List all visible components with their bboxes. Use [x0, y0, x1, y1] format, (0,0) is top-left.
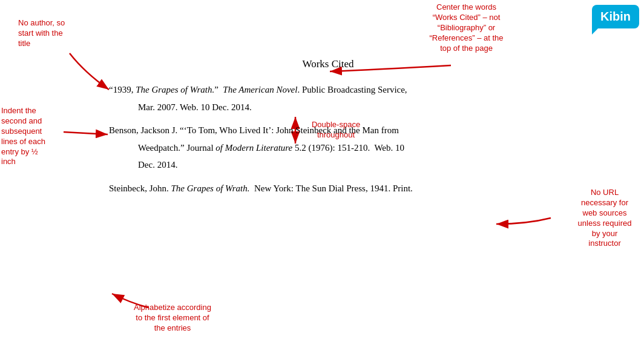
annotation-alphabetize: Alphabetize according to the first eleme…: [121, 303, 224, 334]
entry-1: “1939, The Grapes of Wrath.” The America…: [109, 81, 547, 116]
entry-2: Benson, Jackson J. “‘To Tom, Who Lived I…: [109, 122, 547, 174]
kibin-logo: Kibin: [592, 5, 639, 28]
annotation-indent: Indent the second and subsequent lines o…: [1, 106, 65, 167]
document-content: Works Cited “1939, The Grapes of Wrath.”…: [109, 54, 547, 202]
entry-3: Steinbeck, John. The Grapes of Wrath. Ne…: [109, 180, 547, 197]
works-cited-title: Works Cited: [109, 54, 547, 74]
entry-1-line2: Mar. 2007. Web. 10 Dec. 2014.: [109, 99, 547, 116]
entry-3-line1: Steinbeck, John. The Grapes of Wrath. Ne…: [109, 180, 547, 197]
entry-2-line3: Dec. 2014.: [109, 156, 547, 174]
entry-1-line1: “1939, The Grapes of Wrath.” The America…: [109, 81, 547, 99]
entry-2-line1: Benson, Jackson J. “‘To Tom, Who Lived I…: [109, 122, 547, 139]
annotation-no-url: No URL necessary for web sources unless …: [568, 188, 641, 249]
annotation-center-words: Center the words “Works Cited” – not “Bi…: [416, 2, 516, 53]
entry-2-line2: Weedpatch.” Journal of Modern Literature…: [109, 139, 547, 157]
annotation-no-author: No author, so start with the title: [18, 18, 91, 49]
